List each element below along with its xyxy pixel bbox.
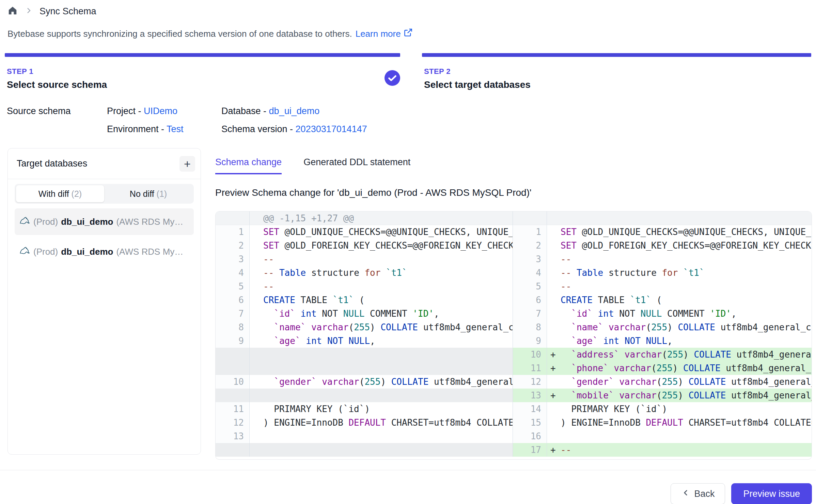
step-2: STEP 2 Select target databases	[422, 53, 811, 90]
diff-marker	[250, 320, 261, 334]
footer-divider	[0, 470, 816, 470]
diff-row: 12 `gender` varchar(255) COLLATE utf8mb4…	[513, 375, 812, 389]
line-number: 4	[216, 266, 250, 280]
diff-marker	[250, 348, 261, 361]
diff-right-pane: 1SET @OLD_UNIQUE_CHECKS=@@UNIQUE_CHECKS,…	[513, 211, 812, 457]
chevron-left-icon	[681, 488, 690, 500]
line-number: 9	[216, 334, 250, 348]
line-number: 14	[513, 402, 547, 416]
diff-row: 12) ENGINE=InnoDB DEFAULT CHARSET=utf8mb…	[216, 416, 513, 429]
tab-with-diff[interactable]: With diff (2)	[16, 185, 104, 202]
diff-row: 6CREATE TABLE `t1` (	[513, 293, 812, 307]
diff-row: 6CREATE TABLE `t1` (	[216, 293, 513, 307]
code-line: PRIMARY KEY (`id`)	[558, 402, 812, 416]
code-line: -- Table structure for `t1`	[558, 266, 812, 280]
line-number: 5	[216, 280, 250, 293]
diff-marker	[250, 375, 261, 389]
line-number	[216, 361, 250, 375]
step-1: STEP 1 Select source schema	[5, 53, 400, 90]
line-number: 3	[513, 252, 547, 266]
diff-marker: +	[547, 361, 558, 375]
diff-row	[216, 348, 513, 361]
diff-row: 15) ENGINE=InnoDB DEFAULT CHARSET=utf8mb…	[513, 416, 812, 429]
diff-marker: +	[547, 389, 558, 402]
line-number: 2	[216, 239, 250, 252]
schema-diff-view[interactable]: @@ -1,15 +1,27 @@1SET @OLD_UNIQUE_CHECKS…	[215, 211, 812, 460]
line-number: 15	[513, 416, 547, 429]
line-number: 10	[513, 348, 547, 361]
diff-row	[216, 361, 513, 375]
diff-marker	[547, 402, 558, 416]
schema-version-link[interactable]: 20230317014147	[296, 124, 367, 134]
diff-row: 9 `age` int NOT NULL,	[513, 334, 812, 348]
diff-row: 14 PRIMARY KEY (`id`)	[513, 402, 812, 416]
diff-marker	[547, 320, 558, 334]
line-number: 6	[513, 293, 547, 307]
diff-marker	[250, 293, 261, 307]
line-number: 7	[216, 307, 250, 320]
chevron-right-icon	[25, 6, 33, 16]
diff-row: 9 `age` int NOT NULL,	[216, 334, 513, 348]
diff-row: 11+ `phone` varchar(255) COLLATE utf8mb4…	[513, 361, 812, 375]
diff-row: 8 `name` varchar(255) COLLATE utf8mb4_ge…	[216, 320, 513, 334]
code-line	[261, 443, 513, 457]
line-number: 10	[216, 375, 250, 389]
description-text: Bytebase supports synchronizing a specif…	[7, 29, 352, 39]
back-button[interactable]: Back	[671, 483, 725, 504]
db-environment: (Prod)	[33, 247, 58, 257]
database-link[interactable]: db_ui_demo	[269, 106, 320, 116]
line-number: 7	[513, 307, 547, 320]
code-line: `id` int NOT NULL COMMENT 'ID',	[558, 307, 812, 320]
code-line: --	[261, 252, 513, 266]
diff-marker	[547, 239, 558, 252]
source-schema-environment: Environment - Test	[107, 124, 221, 135]
step-1-progress-bar	[5, 53, 400, 57]
target-database-item[interactable]: (Prod) db_ui_demo (AWS RDS MySQL Prod)	[15, 208, 194, 235]
diff-marker	[250, 280, 261, 293]
home-icon[interactable]	[7, 5, 18, 17]
add-target-database-button[interactable]: +	[179, 156, 195, 172]
line-number: 5	[513, 280, 547, 293]
target-database-item[interactable]: (Prod) db_ui_demo (AWS RDS MySQL Prod)	[15, 238, 194, 265]
diff-row	[513, 211, 812, 225]
code-line: --	[558, 443, 812, 457]
preview-issue-button[interactable]: Preview issue	[731, 483, 812, 504]
environment-link[interactable]: Test	[167, 124, 184, 134]
diff-marker	[547, 293, 558, 307]
diff-row: 7 `id` int NOT NULL COMMENT 'ID',	[513, 307, 812, 320]
diff-marker	[250, 361, 261, 375]
diff-marker	[547, 416, 558, 429]
tab-no-diff[interactable]: No diff (1)	[104, 185, 192, 202]
project-link[interactable]: UIDemo	[144, 106, 177, 116]
code-line: `age` int NOT NULL,	[261, 334, 513, 348]
mysql-icon	[19, 245, 30, 258]
code-line: SET @OLD_UNIQUE_CHECKS=@@UNIQUE_CHECKS, …	[558, 225, 812, 239]
step-2-title: Select target databases	[424, 79, 531, 90]
step-1-title: Select source schema	[7, 79, 107, 90]
line-number: 13	[513, 389, 547, 402]
tab-generated-ddl[interactable]: Generated DDL statement	[303, 157, 410, 174]
line-number: 4	[513, 266, 547, 280]
tab-schema-change[interactable]: Schema change	[215, 157, 282, 174]
learn-more-link[interactable]: Learn more	[356, 28, 413, 40]
diff-filter-tabs: With diff (2) No diff (1)	[15, 184, 194, 204]
db-instance: (AWS RDS MySQL Prod)	[116, 247, 189, 257]
diff-row: 1SET @OLD_UNIQUE_CHECKS=@@UNIQUE_CHECKS,…	[216, 225, 513, 239]
diff-row: 13	[216, 429, 513, 443]
code-line	[261, 348, 513, 361]
diff-marker	[250, 443, 261, 457]
line-number: 1	[513, 225, 547, 239]
code-line	[558, 211, 812, 225]
diff-marker: +	[547, 443, 558, 457]
code-line: `id` int NOT NULL COMMENT 'ID',	[261, 307, 513, 320]
line-number: 12	[513, 375, 547, 389]
line-number	[513, 211, 547, 225]
code-line: ) ENGINE=InnoDB DEFAULT CHARSET=utf8mb4 …	[261, 416, 513, 429]
db-environment: (Prod)	[33, 217, 58, 227]
diff-marker	[250, 334, 261, 348]
target-database-list: (Prod) db_ui_demo (AWS RDS MySQL Prod) (…	[15, 208, 194, 265]
line-number: 8	[513, 320, 547, 334]
line-number: 11	[216, 402, 250, 416]
source-schema-database: Database - db_ui_demo	[221, 106, 816, 116]
diff-marker	[547, 334, 558, 348]
